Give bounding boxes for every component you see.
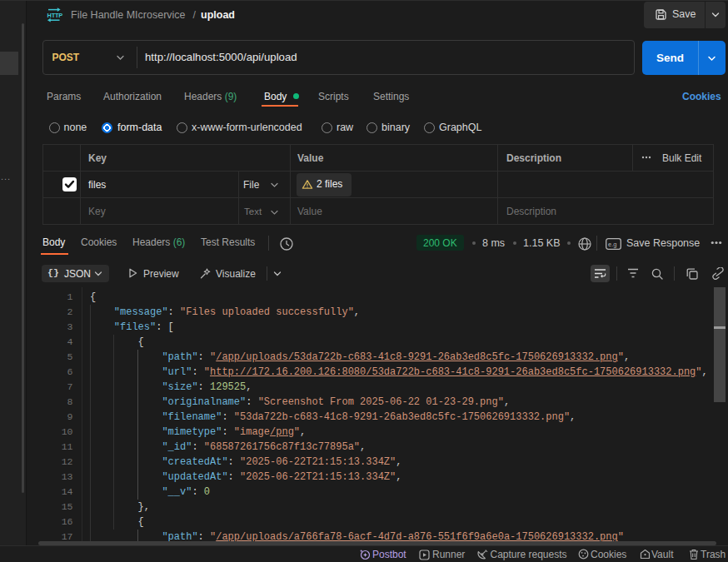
- svg-text:e.g: e.g: [608, 241, 616, 248]
- svg-text:HTTP: HTTP: [47, 12, 63, 19]
